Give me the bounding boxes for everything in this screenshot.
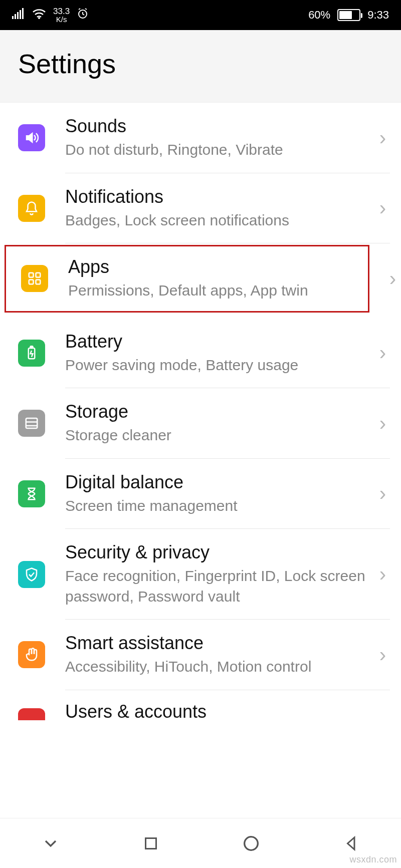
digital-balance-icon — [18, 480, 45, 507]
row-subtitle: Power saving mode, Battery usage — [65, 355, 371, 376]
svg-rect-3 — [20, 10, 21, 19]
row-subtitle: Permissions, Default apps, App twin — [68, 280, 371, 301]
notifications-icon — [18, 195, 45, 222]
page-header: Settings — [0, 30, 401, 103]
network-speed-unit: K/s — [56, 16, 67, 23]
alarm-icon — [77, 8, 89, 23]
chevron-right-icon: › — [379, 197, 386, 219]
row-subtitle: Screen time management — [65, 496, 371, 516]
apps-icon — [21, 265, 48, 292]
status-bar: 33.3 K/s 60% 9:33 — [0, 0, 401, 30]
svg-rect-0 — [12, 16, 14, 19]
wifi-icon — [32, 8, 46, 22]
clock: 9:33 — [367, 9, 389, 22]
battery-icon — [337, 9, 360, 21]
row-title: Sounds — [65, 116, 371, 137]
nav-hide-keyboard[interactable] — [41, 833, 61, 853]
row-title: Digital balance — [65, 472, 371, 493]
row-sounds[interactable]: Sounds Do not disturb, Ringtone, Vibrate… — [0, 103, 401, 173]
chevron-right-icon: › — [379, 342, 386, 364]
page-title: Settings — [18, 48, 383, 79]
svg-rect-10 — [36, 280, 41, 284]
row-title: Battery — [65, 331, 371, 352]
nav-home[interactable] — [241, 833, 261, 853]
nav-back[interactable] — [342, 834, 360, 852]
row-subtitle: Accessibility, HiTouch, Motion control — [65, 657, 371, 677]
chevron-right-icon: › — [379, 482, 386, 505]
users-accounts-icon — [18, 708, 45, 720]
row-battery[interactable]: Battery Power saving mode, Battery usage… — [0, 314, 401, 389]
row-subtitle: Do not disturb, Ringtone, Vibrate — [65, 140, 371, 160]
svg-rect-13 — [26, 418, 38, 428]
row-smart-assistance[interactable]: Smart assistance Accessibility, HiTouch,… — [0, 620, 401, 690]
row-subtitle: Face recognition, Fingerprint ID, Lock s… — [65, 566, 371, 607]
svg-rect-9 — [29, 280, 34, 284]
svg-rect-8 — [36, 273, 41, 277]
chevron-right-icon: › — [389, 267, 396, 290]
svg-point-15 — [245, 836, 258, 850]
system-nav-bar — [0, 818, 401, 868]
row-security-privacy[interactable]: Security & privacy Face recognition, Fin… — [0, 529, 401, 620]
row-subtitle: Storage cleaner — [65, 425, 371, 446]
battery-percentage: 60% — [308, 9, 330, 22]
signal-icon — [12, 8, 25, 22]
row-title: Apps — [68, 256, 371, 277]
sounds-icon — [18, 124, 45, 151]
row-title: Users & accounts — [65, 701, 386, 720]
row-subtitle: Badges, Lock screen notifications — [65, 210, 371, 231]
network-speed-value: 33.3 — [53, 7, 70, 16]
status-right: 60% 9:33 — [308, 9, 389, 22]
row-title: Smart assistance — [65, 633, 371, 654]
smart-assistance-icon — [18, 641, 45, 668]
row-storage[interactable]: Storage Storage cleaner › — [0, 388, 401, 459]
svg-rect-12 — [31, 346, 33, 348]
nav-recents[interactable] — [142, 834, 160, 852]
svg-rect-4 — [22, 8, 24, 19]
row-notifications[interactable]: Notifications Badges, Lock screen notifi… — [0, 173, 401, 244]
storage-icon — [18, 410, 45, 437]
svg-rect-7 — [29, 273, 34, 277]
status-left: 33.3 K/s — [12, 7, 89, 23]
row-title: Notifications — [65, 186, 371, 207]
security-icon — [18, 561, 45, 588]
row-title: Security & privacy — [65, 542, 371, 563]
network-speed: 33.3 K/s — [53, 7, 70, 23]
chevron-right-icon: › — [379, 563, 386, 586]
settings-list: Sounds Do not disturb, Ringtone, Vibrate… — [0, 103, 401, 720]
svg-rect-2 — [17, 12, 19, 19]
row-apps[interactable]: Apps Permissions, Default apps, App twin… — [3, 243, 371, 314]
svg-rect-1 — [15, 14, 16, 19]
chevron-right-icon: › — [379, 127, 386, 149]
row-digital-balance[interactable]: Digital balance Screen time management › — [0, 459, 401, 529]
svg-rect-14 — [146, 838, 156, 848]
svg-point-5 — [38, 17, 40, 19]
battery-icon — [18, 340, 45, 367]
chevron-right-icon: › — [379, 412, 386, 435]
row-users-accounts[interactable]: Users & accounts — [0, 690, 401, 720]
row-title: Storage — [65, 401, 371, 422]
chevron-right-icon: › — [379, 644, 386, 666]
